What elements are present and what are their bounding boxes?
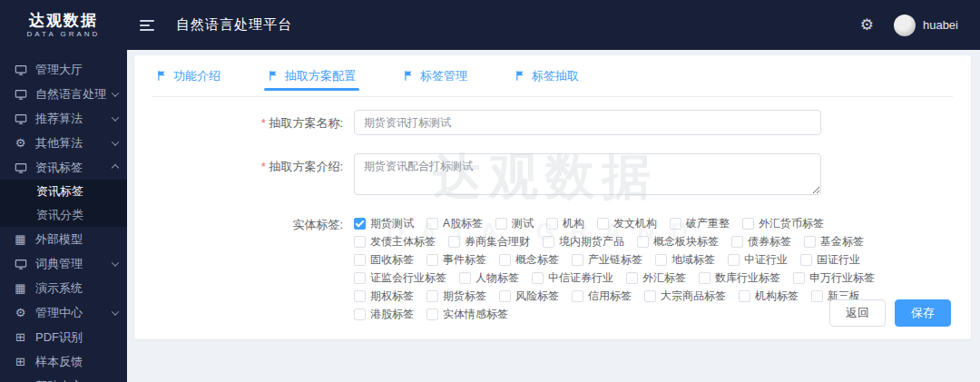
tag-checkbox-item[interactable]: 外汇货币标签	[742, 216, 824, 231]
tag-checkbox-item[interactable]: 境内期货产品	[543, 234, 624, 250]
tab-3[interactable]: 标签抽取	[514, 55, 579, 96]
sidebar-item-9[interactable]: ▦演示系统	[0, 276, 127, 300]
checkbox-icon[interactable]	[354, 254, 366, 266]
tag-checkbox-item[interactable]: 中信证券行业	[532, 270, 613, 286]
checkbox-icon[interactable]	[499, 254, 511, 266]
tag-checkbox-item[interactable]: A股标签	[426, 216, 483, 231]
checkbox-icon[interactable]	[354, 309, 366, 320]
tag-label: 发文机构	[613, 216, 657, 231]
tag-checkbox-item[interactable]: 概念标签	[499, 252, 559, 268]
tag-checkbox-item[interactable]: 人物标签	[459, 270, 519, 286]
tag-checkbox-item[interactable]: 期货标签	[426, 289, 486, 304]
checkbox-icon[interactable]	[800, 254, 812, 266]
tag-checkbox-item[interactable]: 基金标签	[804, 234, 864, 250]
username[interactable]: huabei	[923, 18, 958, 32]
checkbox-icon[interactable]	[637, 236, 649, 248]
checkbox-icon[interactable]	[532, 272, 544, 284]
checkbox-icon[interactable]	[626, 272, 638, 284]
tag-checkbox-item[interactable]: 债券标签	[731, 234, 791, 250]
tab-1[interactable]: 抽取方案配置	[268, 55, 356, 96]
tag-checkbox-item[interactable]: 事件标签	[426, 252, 486, 268]
checkbox-icon[interactable]	[670, 218, 681, 230]
checkbox-icon[interactable]	[499, 290, 511, 302]
tag-checkbox-item[interactable]: 外汇标签	[626, 270, 686, 286]
plan-name-input[interactable]	[354, 110, 821, 135]
tag-checkbox-item[interactable]: 数库行业标签	[699, 270, 780, 286]
checkbox-icon[interactable]	[426, 218, 438, 230]
checkbox-icon[interactable]	[543, 236, 554, 248]
checkbox-icon[interactable]	[354, 272, 366, 284]
tag-checkbox-item[interactable]: 信用标签	[572, 289, 632, 304]
checkbox-icon[interactable]	[728, 254, 740, 266]
checkbox-icon[interactable]	[426, 254, 438, 266]
sidebar-subitem-6[interactable]: 资讯分类	[0, 203, 127, 227]
checkbox-icon[interactable]	[426, 309, 438, 320]
tag-checkbox-item[interactable]: 固收标签	[354, 252, 414, 268]
tag-checkbox-item[interactable]: 发债主体标签	[354, 234, 436, 250]
checkbox-icon[interactable]	[546, 218, 558, 230]
checkbox-icon[interactable]	[448, 236, 460, 248]
flag-icon	[403, 70, 415, 82]
sidebar-item-8[interactable]: 词典管理	[0, 251, 127, 276]
sidebar-item-13[interactable]: ⊞帮助中心	[0, 374, 127, 382]
tag-checkbox-item[interactable]: 产业链标签	[572, 252, 642, 268]
sidebar-item-11[interactable]: ⊞PDF识别	[0, 325, 127, 349]
checkbox-icon[interactable]	[731, 236, 743, 248]
checkbox-icon[interactable]	[597, 218, 609, 230]
sidebar-item-0[interactable]: 管理大厅	[0, 57, 127, 82]
tab-0[interactable]: 功能介绍	[156, 55, 220, 96]
checkbox-icon[interactable]	[459, 272, 471, 284]
tag-checkbox-item[interactable]: 地域标签	[655, 252, 715, 268]
tag-checkbox-item[interactable]: 中证行业	[728, 252, 788, 268]
checkbox-icon[interactable]	[793, 272, 805, 284]
checkbox-icon[interactable]	[572, 254, 583, 266]
back-button[interactable]: 返回	[829, 299, 886, 327]
plan-desc-textarea[interactable]: 期货资讯配合打标测试	[354, 153, 821, 195]
checkbox-icon[interactable]	[742, 218, 754, 230]
tag-checkbox-item[interactable]: 券商集合理财	[448, 234, 530, 250]
checkbox-icon[interactable]	[655, 254, 667, 266]
tag-checkbox-item[interactable]: 机构	[546, 216, 584, 231]
tag-checkbox-item[interactable]: 实体情感标签	[426, 307, 508, 322]
tag-checkbox-item[interactable]: 期货测试	[354, 216, 414, 231]
tab-2[interactable]: 标签管理	[403, 55, 467, 96]
checkbox-icon[interactable]	[495, 218, 507, 230]
checkbox-icon[interactable]	[811, 290, 823, 302]
tag-checkbox-item[interactable]: 概念板块标签	[637, 234, 719, 250]
tag-checkbox-item[interactable]: 机构标签	[739, 289, 799, 304]
tag-checkbox-item[interactable]: 国证行业	[800, 252, 860, 268]
tab-label: 标签管理	[420, 68, 467, 84]
save-button[interactable]: 保存	[895, 299, 951, 327]
checkbox-icon[interactable]	[426, 290, 438, 302]
tag-checkbox-item[interactable]: 证监会行业标签	[354, 270, 446, 286]
sidebar-subitem-5[interactable]: 资讯标签	[0, 180, 127, 203]
sidebar-item-12[interactable]: ⊞样本反馈	[0, 349, 127, 374]
avatar[interactable]	[894, 15, 916, 36]
sidebar-item-7[interactable]: ▦外部模型	[0, 227, 127, 251]
tag-checkbox-item[interactable]: 大宗商品标签	[644, 289, 726, 304]
checkbox-icon[interactable]	[572, 290, 583, 302]
sidebar-item-2[interactable]: 推荐算法	[0, 106, 127, 131]
checkbox-icon[interactable]	[354, 236, 366, 248]
sidebar-item-1[interactable]: 自然语言处理	[0, 82, 127, 106]
hamburger-icon[interactable]	[140, 17, 156, 34]
checkbox-icon[interactable]	[699, 272, 710, 284]
checkbox-icon[interactable]	[354, 290, 366, 302]
sidebar-item-10[interactable]: ⚙管理中心	[0, 300, 127, 325]
checkbox-icon[interactable]	[354, 218, 366, 230]
tag-checkbox-item[interactable]: 期权标签	[354, 289, 414, 304]
tag-row-2: 固收标签事件标签概念标签产业链标签地域标签中证行业国证行业	[354, 252, 821, 268]
tag-checkbox-item[interactable]: 测试	[495, 216, 534, 231]
tag-checkbox-item[interactable]: 申万行业标签	[793, 270, 875, 286]
tag-checkbox-item[interactable]: 风险标签	[499, 289, 559, 304]
gear-icon[interactable]: ⚙	[860, 17, 874, 33]
sidebar-item-4[interactable]: 资讯标签	[0, 155, 127, 180]
checkbox-icon[interactable]	[644, 290, 656, 302]
tag-row-5: 港股标签实体情感标签	[354, 307, 821, 322]
checkbox-icon[interactable]	[804, 236, 816, 248]
checkbox-icon[interactable]	[739, 290, 750, 302]
tag-checkbox-item[interactable]: 港股标签	[354, 307, 414, 322]
tag-checkbox-item[interactable]: 发文机构	[597, 216, 657, 231]
tag-checkbox-item[interactable]: 破产重整	[670, 216, 730, 231]
sidebar-item-3[interactable]: ⚙其他算法	[0, 131, 127, 155]
